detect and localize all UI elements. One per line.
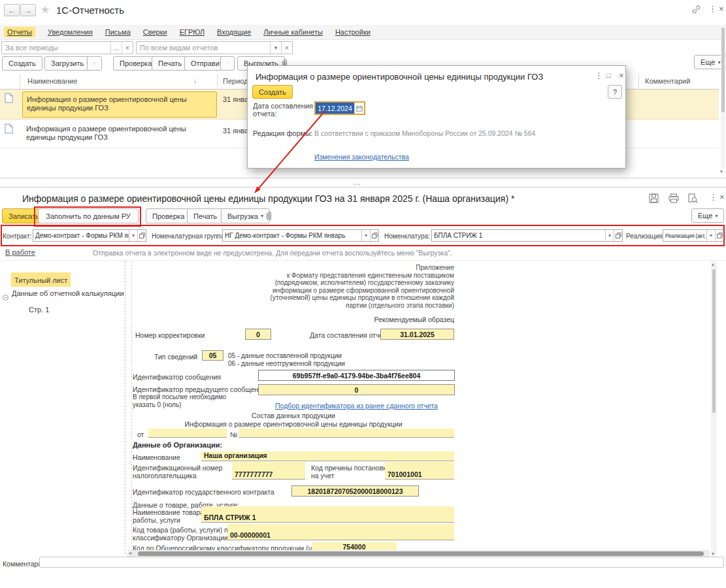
report-form-window: Информация о размере ориентировочной цен… bbox=[0, 188, 726, 588]
load-from-file-button[interactable] bbox=[87, 56, 102, 71]
page-title: 1С-Отчетность bbox=[56, 5, 124, 16]
tab-reconciliations[interactable]: Сверки bbox=[143, 28, 167, 36]
correction-number-field[interactable]: 0 bbox=[245, 329, 271, 340]
window-close-icon[interactable]: × bbox=[719, 5, 724, 13]
column-header-comment[interactable]: Комментарий bbox=[645, 77, 690, 85]
info-type-field[interactable]: 05 bbox=[202, 350, 223, 361]
form-attachment-icon[interactable] bbox=[264, 210, 274, 223]
tab-incoming[interactable]: Входящие bbox=[217, 28, 251, 36]
law-changes-link[interactable]: Изменения законодательства bbox=[314, 153, 409, 161]
nomenclature-group-open-icon[interactable] bbox=[370, 230, 378, 241]
date-field[interactable]: 17.12.2024 bbox=[314, 101, 365, 115]
kpp-field[interactable]: 701001001 bbox=[385, 462, 454, 480]
form-hscrollbar[interactable]: ◂ bbox=[127, 550, 710, 557]
star-icon[interactable]: ★ bbox=[41, 3, 50, 16]
calendar-icon[interactable] bbox=[354, 103, 364, 114]
report-type-clear-button[interactable]: × bbox=[281, 42, 292, 54]
send-list-button[interactable] bbox=[220, 56, 235, 71]
pick-id-link[interactable]: Подбор идентификатора из ранее сданного … bbox=[275, 402, 438, 410]
nomenclature-group-field[interactable]: НГ Демо-контракт - Формы РКМ январь ▾ bbox=[222, 229, 379, 242]
vscroll-up-icon[interactable]: ▴ bbox=[712, 261, 714, 267]
state-contract-id-label: Идентификатор государственного контракта bbox=[133, 488, 274, 496]
tab-letters[interactable]: Письма bbox=[105, 28, 131, 36]
window-menu-icon[interactable]: ⋮ bbox=[708, 5, 717, 13]
collapse-icon[interactable] bbox=[3, 295, 8, 301]
tab-notifications[interactable]: Уведомления bbox=[48, 28, 93, 36]
nomenclature-dropdown-icon[interactable]: ▾ bbox=[605, 230, 614, 241]
hscroll-left-icon[interactable]: ◂ bbox=[129, 550, 131, 556]
form-unload-label: Выгрузка bbox=[227, 212, 258, 220]
contract-dropdown-icon[interactable]: ▾ bbox=[129, 230, 137, 241]
vscroll-down-icon[interactable]: ▾ bbox=[712, 551, 714, 557]
tab-reports[interactable]: Отчеты bbox=[4, 27, 35, 37]
org-name-field[interactable]: Наша организация bbox=[201, 451, 454, 461]
nomenclature-open-icon[interactable] bbox=[614, 230, 622, 241]
link-icon[interactable] bbox=[691, 5, 701, 17]
form-vscrollbar[interactable]: ▴ ▾ bbox=[711, 261, 717, 557]
form-close-icon[interactable]: × bbox=[719, 193, 725, 201]
print-icon[interactable] bbox=[668, 193, 679, 206]
back-button[interactable]: ← bbox=[4, 4, 20, 16]
realization-open-icon[interactable] bbox=[715, 230, 723, 241]
period-clear-button[interactable]: × bbox=[122, 42, 133, 54]
list-scrollbar[interactable] bbox=[721, 26, 725, 169]
inn-field[interactable]: 7777777777 bbox=[232, 462, 305, 480]
period-picker-button[interactable]: … bbox=[110, 42, 122, 54]
realization-dropdown-icon[interactable]: ▾ bbox=[706, 230, 715, 241]
header-separator bbox=[217, 74, 218, 90]
vscroll-thumb[interactable] bbox=[712, 269, 716, 413]
more-button-form[interactable]: Еще▾ bbox=[691, 208, 724, 223]
goods-code-field[interactable]: 00-00000001 bbox=[227, 524, 454, 540]
sample-note: Рекомендуемый образец bbox=[258, 316, 454, 323]
tree-item-page1[interactable]: Стр. 1 bbox=[29, 306, 49, 314]
comment-input[interactable] bbox=[39, 557, 724, 568]
create-button[interactable]: Создать bbox=[2, 56, 42, 71]
report-type-dropdown-button[interactable]: ▾ bbox=[270, 42, 281, 54]
create-report-dialog: Информация о размере ориентировочной цен… bbox=[247, 65, 626, 169]
tree-item-title-page[interactable]: Титульный лист bbox=[11, 272, 71, 287]
from-date-field[interactable] bbox=[148, 429, 227, 438]
nomenclature-group-value: НГ Демо-контракт - Формы РКМ январь bbox=[223, 230, 361, 241]
period-filter[interactable]: За все периоды … × bbox=[1, 41, 133, 54]
save-icon[interactable] bbox=[649, 193, 659, 206]
hscroll-thumb[interactable] bbox=[138, 551, 704, 556]
tree-item-calc-data[interactable]: Данные об отчетной калькуляции bbox=[12, 289, 124, 297]
realization-field[interactable]: Реализация (акт, накладная, УПД) ▾ bbox=[663, 229, 724, 242]
dialog-create-button[interactable]: Создать bbox=[252, 85, 293, 99]
contract-field[interactable]: Демо-контракт - Формы РКМ янва ▾ bbox=[33, 229, 146, 242]
goods-name-field[interactable]: БПЛА СТРИЖ 1 bbox=[201, 506, 454, 523]
fill-from-ru-button[interactable]: Заполнить по данным РУ bbox=[38, 208, 139, 223]
form-unload-button[interactable]: Выгрузка▾ bbox=[221, 208, 270, 223]
more-form-caret-icon: ▾ bbox=[715, 213, 718, 219]
list-scrollbar-thumb[interactable] bbox=[721, 27, 725, 112]
contract-label: Контракт: bbox=[3, 233, 31, 240]
prev-id-field[interactable]: 0 bbox=[258, 384, 455, 395]
report-date-field[interactable]: 31.01.2025 bbox=[380, 329, 454, 340]
number-field[interactable] bbox=[239, 429, 454, 438]
tab-egrul[interactable]: ЕГРЮЛ bbox=[180, 28, 205, 36]
message-id-field[interactable]: 69b957ff-e9a0-4179-94be-3ba4f76ee804 bbox=[258, 370, 455, 381]
column-header-name[interactable]: Наименование bbox=[27, 77, 77, 85]
goods-name-label2: работы, услуги bbox=[133, 516, 180, 524]
form-menu-icon[interactable]: ⋮ bbox=[709, 193, 718, 201]
preview-icon[interactable] bbox=[688, 193, 698, 206]
dialog-maximize-icon[interactable]: □ bbox=[606, 71, 611, 80]
forward-button[interactable]: → bbox=[20, 4, 36, 16]
report-type-filter[interactable]: По всем видам отчетов ▾ × bbox=[136, 41, 293, 54]
form-print-button[interactable]: Печать bbox=[187, 208, 223, 223]
selected-name-cell[interactable]: Информация о размере ориентировочной цен… bbox=[22, 91, 217, 118]
create-button-label: Создать bbox=[8, 59, 36, 67]
dialog-help-button[interactable]: ? bbox=[608, 85, 622, 99]
tab-settings[interactable]: Настройки bbox=[335, 28, 371, 36]
list-scroll-down-icon[interactable]: ▾ bbox=[720, 169, 723, 174]
nomenclature-group-dropdown-icon[interactable]: ▾ bbox=[361, 230, 370, 241]
column-header-period[interactable]: Период bbox=[223, 77, 248, 85]
dialog-menu-icon[interactable]: ⋮ bbox=[595, 71, 603, 80]
nomenclature-field[interactable]: БПЛА СТРИЖ 1 ▾ bbox=[431, 229, 623, 242]
state-contract-id-field[interactable]: 1820187207052000018000123 bbox=[291, 485, 419, 497]
dialog-close-icon[interactable]: × bbox=[619, 71, 624, 80]
status-link[interactable]: В работе bbox=[5, 248, 35, 256]
tab-personal-accounts[interactable]: Личные кабинеты bbox=[263, 28, 323, 36]
tree-splitter[interactable] bbox=[131, 261, 132, 554]
contract-open-icon[interactable] bbox=[137, 230, 146, 241]
